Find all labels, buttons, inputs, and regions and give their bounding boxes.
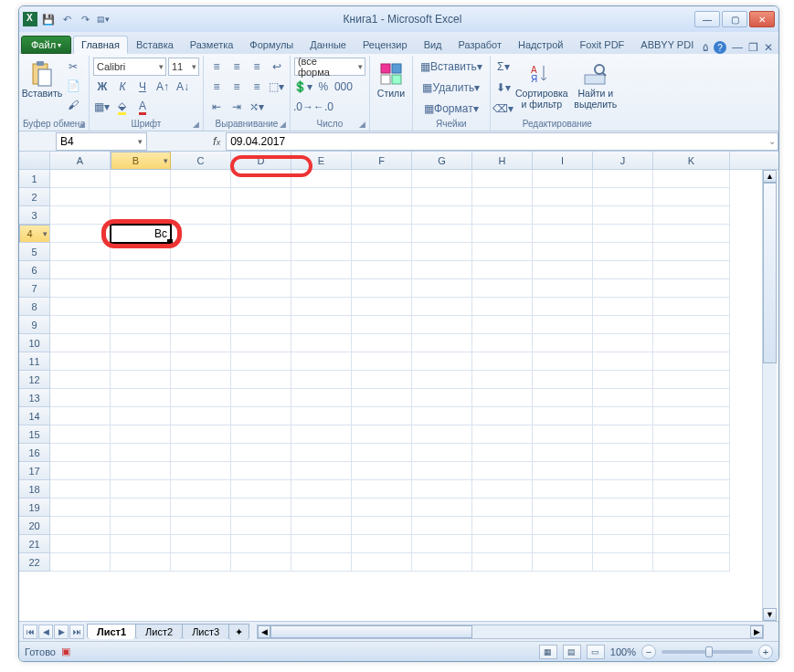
cell[interactable]: [593, 425, 653, 444]
cell[interactable]: [231, 298, 291, 316]
format-cells-button[interactable]: ▦ Формат ▾: [417, 100, 486, 118]
cell[interactable]: [291, 225, 352, 243]
macro-record-icon[interactable]: ▣: [61, 646, 70, 657]
cell[interactable]: [111, 480, 171, 499]
cell[interactable]: [533, 462, 593, 480]
cell[interactable]: [50, 462, 111, 480]
align-bottom-icon[interactable]: ≡: [248, 58, 266, 76]
cell[interactable]: [171, 444, 231, 462]
column-header[interactable]: D: [231, 152, 291, 169]
close-button[interactable]: ✕: [749, 11, 775, 27]
tab-insert[interactable]: Вставка: [128, 36, 182, 54]
cell[interactable]: [50, 444, 111, 462]
align-top-icon[interactable]: ≡: [207, 58, 226, 76]
cell[interactable]: [111, 243, 171, 261]
cell[interactable]: [231, 553, 291, 572]
cell[interactable]: [171, 389, 231, 407]
select-all-corner[interactable]: [19, 152, 50, 169]
cell[interactable]: [653, 480, 730, 499]
cell[interactable]: [291, 425, 352, 444]
fill-color-icon[interactable]: ⬙: [113, 98, 132, 116]
cell[interactable]: [231, 480, 291, 499]
row-header[interactable]: 20: [19, 517, 50, 535]
view-layout-icon[interactable]: ▤: [563, 645, 581, 659]
cell[interactable]: [352, 261, 412, 279]
cell[interactable]: [533, 517, 593, 535]
cell[interactable]: [111, 389, 171, 407]
cell[interactable]: [593, 371, 653, 389]
cell[interactable]: [412, 425, 472, 444]
hscroll-thumb[interactable]: [270, 625, 472, 638]
scroll-up-icon[interactable]: ▲: [763, 170, 777, 183]
cell[interactable]: [653, 462, 730, 480]
cell[interactable]: [352, 444, 412, 462]
column-header[interactable]: I: [533, 152, 593, 169]
minimize-button[interactable]: —: [694, 11, 720, 27]
cell[interactable]: [472, 535, 533, 553]
cell[interactable]: [231, 535, 291, 553]
name-box[interactable]: B4▾: [56, 132, 147, 151]
horizontal-scrollbar[interactable]: ◀ ▶: [257, 625, 764, 639]
increase-indent-icon[interactable]: ⇥: [228, 98, 246, 116]
cell[interactable]: [412, 407, 472, 425]
row-header[interactable]: 11: [19, 352, 50, 371]
paste-button[interactable]: Вставить: [23, 58, 61, 100]
cell[interactable]: [533, 316, 593, 334]
cell[interactable]: [111, 407, 171, 425]
cell[interactable]: [171, 462, 231, 480]
column-header[interactable]: B: [111, 152, 171, 170]
styles-button[interactable]: Стили: [374, 58, 408, 100]
cell[interactable]: [472, 425, 533, 444]
row-header[interactable]: 15: [19, 425, 50, 444]
view-normal-icon[interactable]: ▦: [539, 645, 557, 659]
cell[interactable]: [352, 480, 412, 499]
maximize-button[interactable]: ▢: [722, 11, 747, 27]
cell[interactable]: [50, 389, 111, 407]
cell[interactable]: [472, 188, 533, 206]
cell[interactable]: [472, 462, 533, 480]
cell[interactable]: [412, 170, 472, 188]
cell[interactable]: [653, 298, 730, 316]
cell[interactable]: [472, 206, 533, 225]
formula-input[interactable]: 09.04.2017⌄: [226, 132, 778, 151]
cell[interactable]: [291, 444, 352, 462]
cell[interactable]: [171, 535, 231, 553]
cell[interactable]: [171, 225, 231, 243]
cell[interactable]: [352, 298, 412, 316]
qat-save-icon[interactable]: 💾: [41, 12, 56, 26]
decrease-decimal-icon[interactable]: ←.0: [314, 98, 333, 116]
cell[interactable]: [593, 279, 653, 298]
cell[interactable]: [533, 188, 593, 206]
row-header[interactable]: 22: [19, 553, 50, 572]
cell[interactable]: [472, 170, 533, 188]
cell[interactable]: [593, 243, 653, 261]
cell[interactable]: [352, 225, 412, 243]
cell[interactable]: [352, 499, 412, 517]
qat-redo-icon[interactable]: ↷: [78, 12, 92, 26]
cell[interactable]: [533, 243, 593, 261]
cell[interactable]: [412, 462, 472, 480]
cell[interactable]: [111, 298, 171, 316]
sheet-tab-3[interactable]: Лист3: [182, 624, 229, 639]
cell[interactable]: [231, 225, 291, 243]
cell[interactable]: [593, 553, 653, 572]
cell[interactable]: [472, 352, 533, 371]
cell[interactable]: [50, 261, 111, 279]
increase-decimal-icon[interactable]: .0→: [294, 98, 312, 116]
cell[interactable]: [111, 462, 171, 480]
cell[interactable]: [412, 261, 472, 279]
cell[interactable]: [472, 225, 533, 243]
file-tab[interactable]: Файл▾: [21, 36, 71, 54]
increase-font-icon[interactable]: A↑: [154, 78, 172, 96]
cell[interactable]: [50, 225, 111, 243]
cell[interactable]: [291, 334, 352, 352]
cell[interactable]: [171, 553, 231, 572]
grid-body[interactable]: 1234Вс5678910111213141516171819202122 ▲ …: [19, 170, 778, 621]
cell[interactable]: [412, 279, 472, 298]
cell[interactable]: [593, 517, 653, 535]
cell[interactable]: [653, 535, 730, 553]
tab-review[interactable]: Рецензир: [355, 36, 416, 54]
cell[interactable]: [352, 389, 412, 407]
sheet-prev-icon[interactable]: ◀: [38, 625, 53, 639]
cell[interactable]: [111, 170, 171, 188]
